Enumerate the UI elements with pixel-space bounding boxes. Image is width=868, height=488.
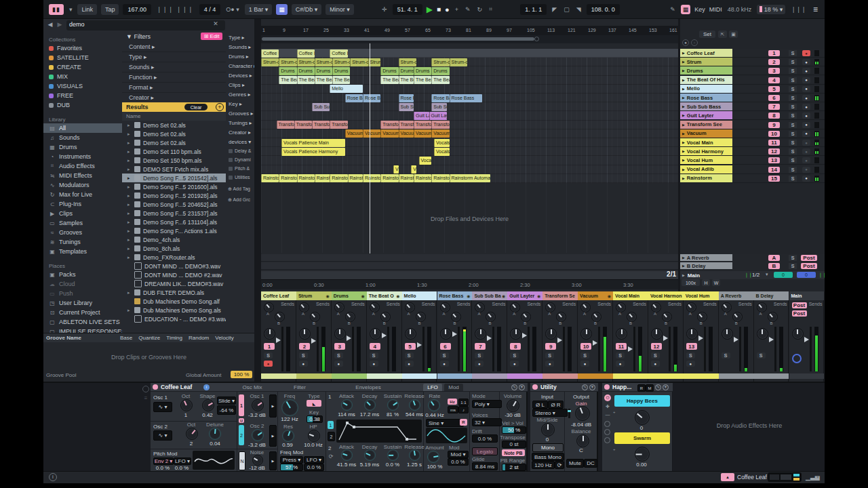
list-item[interactable]: ▸Demo Set 02.als — [122, 129, 231, 138]
pan-knob[interactable] — [651, 328, 663, 340]
add-filter-button[interactable]: + — [216, 103, 224, 111]
pitch-mod-src2[interactable]: LFO ▾ — [174, 458, 191, 465]
dc-toggle[interactable]: DC — [584, 459, 597, 468]
filters-edit-button[interactable]: ⊞ Edit — [201, 33, 222, 40]
clip[interactable]: The Beat — [332, 76, 350, 84]
pan-knob[interactable] — [545, 328, 557, 340]
macro-map-dot[interactable]: + — [613, 447, 616, 451]
tag-checkbox-dynami[interactable]: Dynami — [226, 155, 254, 164]
volume-fader-track[interactable] — [387, 327, 389, 371]
pan-knob[interactable] — [299, 328, 311, 340]
clip-lanes[interactable]: Coffee LCoffee LCoffee LStrum-oStrum-oSt… — [261, 49, 678, 183]
arm-button[interactable]: ● — [510, 361, 519, 367]
device-title-bar[interactable]: Coffee LeafiOsc MixFilterEnvelopesLFOMod… — [151, 383, 528, 392]
fold-icon[interactable]: ◉ — [326, 293, 330, 298]
pan-knob[interactable] — [616, 328, 627, 340]
track-name-block[interactable]: ▶Rainstorm — [680, 174, 732, 182]
clip-lane-the-beat-of-his[interactable]: The BeatThe BeatThe BeatThe BeatThe BeaT… — [261, 76, 678, 85]
expand-arrow-icon[interactable]: ▸ — [127, 290, 132, 296]
strip-name-bar[interactable]: Vocal Main — [613, 291, 648, 300]
solo-button[interactable]: S — [789, 157, 797, 163]
arrangement-position-field[interactable]: 51. 4. 1 — [393, 4, 422, 15]
filter-group-function[interactable]: Function ▸ — [122, 72, 233, 83]
device-on-toggle[interactable] — [604, 384, 610, 390]
lfo-retrigger-toggle[interactable]: R — [460, 419, 467, 426]
pan-knob[interactable] — [510, 328, 521, 340]
strip-name-bar[interactable]: Sub Sub Ba◉ — [472, 291, 507, 300]
unfold-track-icon[interactable]: ▶ — [682, 60, 685, 64]
clip[interactable]: Transfor — [431, 121, 449, 129]
clip[interactable]: Rainstor — [297, 174, 315, 182]
send-a-knob[interactable] — [475, 302, 485, 312]
list-item[interactable]: EDUCATION - ... DEMO #3.wav — [122, 314, 231, 323]
sidebar-item-all[interactable]: ▤All — [43, 123, 127, 133]
mixer-strip-main[interactable]: MainSendsPostPost — [789, 291, 825, 382]
osc2-gain-knob[interactable] — [252, 429, 264, 441]
scale-root-menu[interactable]: C#/Db ▾ — [292, 4, 322, 15]
track-number-chip[interactable]: 7 — [768, 104, 780, 110]
glide-value[interactable]: 8.84 ms — [472, 462, 498, 470]
lock-envelopes-icon[interactable]: ▣ — [729, 30, 738, 38]
track-number-chip[interactable]: 5 — [768, 86, 780, 92]
arm-button[interactable]: ● — [802, 157, 810, 163]
groove-column-base[interactable]: Base — [120, 335, 132, 341]
track-header-coffee-leaf[interactable]: ▶Coffee Leaf1S● — [680, 49, 825, 58]
fold-icon[interactable]: ◉ — [396, 293, 399, 298]
unfold-track-icon[interactable]: ▶ — [682, 256, 685, 260]
track-header-vocal-harmony[interactable]: ▶Vocal Harmony12S● — [680, 147, 825, 156]
sidebar-item-packs[interactable]: ▣Packs — [43, 270, 127, 279]
strip-name-bar[interactable]: Strum◉ — [296, 291, 332, 300]
mono-toggle[interactable]: Mono — [532, 443, 564, 452]
clip-lane-strum[interactable]: Strum-oStrum-oStrum-oStrum-oStrum-oStrum… — [261, 58, 678, 66]
sidebar-item-user-library[interactable]: ◳User Library — [43, 298, 127, 308]
unfold-track-icon[interactable]: ▶ — [682, 149, 685, 153]
device-view-toggle-icon[interactable] — [142, 386, 149, 392]
clip[interactable]: Vacuum — [363, 129, 380, 138]
send-a-knob[interactable] — [440, 302, 450, 312]
mixer-strip-mello[interactable]: MelloSendsAB5S● — [402, 291, 437, 382]
noise-on-toggle[interactable]: N — [239, 451, 245, 470]
tag-group-creator[interactable]: Creator ▸ — [226, 127, 254, 137]
clip[interactable]: Vocals — [419, 157, 432, 165]
checkbox-icon[interactable] — [229, 158, 233, 162]
track-header-vocal-hum[interactable]: ▶Vocal Hum13S● — [680, 156, 825, 165]
stop-button[interactable]: ■ — [437, 5, 441, 13]
clip[interactable]: Transfor — [330, 121, 347, 129]
lfo-ms-toggle[interactable]: ms — [448, 406, 458, 413]
clip[interactable]: Strum-o — [332, 58, 350, 66]
mixer-strip-vacuum[interactable]: Vacuum◉SendsAB10S● — [578, 291, 613, 382]
filter-group-sounds[interactable]: Sounds ▸ — [122, 62, 233, 73]
browser-arrangement-divider[interactable] — [254, 19, 261, 382]
post-toggle[interactable]: Post — [801, 255, 817, 261]
volume-fader-handle[interactable] — [734, 337, 738, 342]
checkbox-icon[interactable] — [229, 149, 233, 153]
clip-lane-vocal-main[interactable]: Vocals Patience MainVocals P — [261, 138, 678, 147]
track-number-chip[interactable]: 7 — [475, 343, 486, 350]
solo-button[interactable]: S — [789, 86, 797, 92]
pan-knob[interactable] — [580, 328, 592, 340]
sidebar-item-tunings[interactable]: ≋Tunings — [43, 237, 127, 247]
tag-group-drums[interactable]: Drums ▸ — [226, 52, 254, 61]
solo-button[interactable]: S — [757, 352, 766, 359]
clip[interactable]: Transfor — [380, 121, 398, 129]
filter-group-creator[interactable]: Creator ▸ — [122, 92, 233, 103]
volume-fader-track[interactable] — [317, 327, 319, 371]
volume-fader-handle[interactable] — [382, 333, 387, 338]
menu-icon[interactable]: ≡ — [812, 3, 819, 16]
track-number-chip[interactable]: 5 — [405, 343, 416, 350]
track-header-strum[interactable]: ▶Strum2S● — [680, 58, 825, 66]
device-title-bar[interactable]: Happ...RM✎▼ — [602, 383, 673, 392]
track-name-block[interactable]: ▶Vocal Harmony — [680, 147, 732, 155]
track-number-chip[interactable]: 15 — [768, 176, 780, 182]
volume-fader-track[interactable] — [810, 327, 812, 371]
clip-lane-drums[interactable]: DrumsDrumsDrumsDrumsDrumsDrumsDrumsDrums — [261, 66, 678, 75]
list-item[interactable]: Dub Machines Demo Song.alf — [122, 297, 231, 306]
live-logo-icon[interactable]: ▮▮ — [49, 4, 64, 15]
tag-group-grooves[interactable]: Grooves ▸ — [226, 108, 254, 118]
arrangement-scroller[interactable] — [261, 35, 678, 43]
send-b-knob[interactable] — [310, 312, 320, 322]
solo-button[interactable]: S — [722, 352, 730, 359]
sidebar-item-cloud[interactable]: ☁Cloud — [43, 279, 127, 289]
clip[interactable]: Vacuum — [399, 129, 414, 138]
unfold-track-icon[interactable]: ▶ — [682, 96, 685, 100]
